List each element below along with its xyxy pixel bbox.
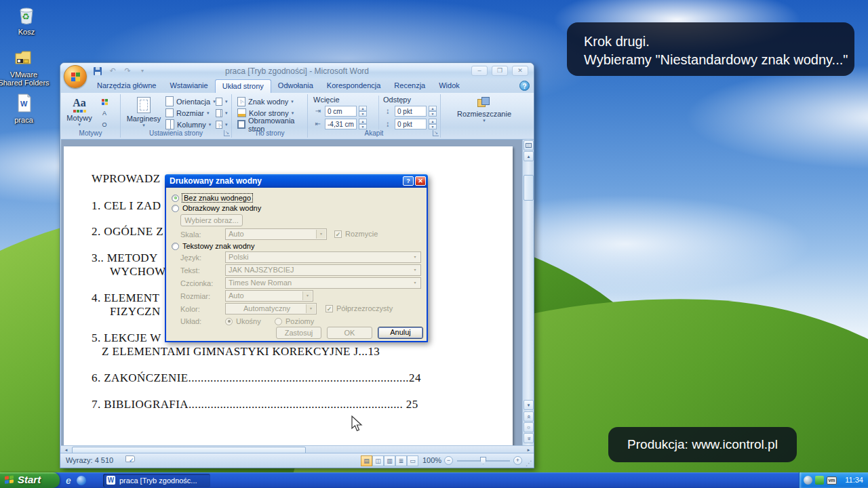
word-count[interactable]: Wyrazy: 4 510 bbox=[66, 456, 113, 464]
scroll-down-button[interactable]: ▼ bbox=[524, 400, 534, 410]
scroll-up-button[interactable]: ▲ bbox=[524, 151, 534, 161]
line-numbers-button[interactable]: ▾ bbox=[214, 107, 229, 119]
undo-button[interactable]: ↶ bbox=[106, 66, 119, 77]
space-after-stepper[interactable]: ▲▼ bbox=[429, 119, 437, 129]
tray-volume-icon[interactable] bbox=[804, 476, 812, 485]
radio-picture-watermark[interactable] bbox=[172, 205, 179, 212]
desktop-icon-praca[interactable]: W praca bbox=[0, 92, 50, 124]
previous-page-button[interactable]: « bbox=[524, 411, 534, 422]
vmware-tools-icon[interactable]: vm bbox=[827, 476, 837, 485]
radio-picture-watermark-label[interactable]: Obrazkowy znak wodny bbox=[182, 204, 261, 212]
scale-select[interactable]: Auto ▾ bbox=[225, 228, 327, 240]
dialog-close-button[interactable]: ✕ bbox=[415, 176, 426, 186]
spin-up-icon[interactable]: ▲ bbox=[359, 106, 367, 111]
browser-launcher-icon[interactable] bbox=[77, 476, 86, 485]
spin-down-icon[interactable]: ▼ bbox=[359, 124, 367, 129]
arrange-button[interactable]: Rozmieszczanie ▾ bbox=[450, 97, 518, 123]
radio-horizontal[interactable] bbox=[275, 318, 282, 325]
indent-right-field[interactable]: -4,31 cm bbox=[325, 119, 357, 129]
minimize-button[interactable]: – bbox=[471, 66, 488, 76]
zoom-in-button[interactable]: + bbox=[513, 456, 522, 465]
tab-odwolania[interactable]: Odwołania bbox=[271, 79, 320, 93]
radio-no-watermark-label[interactable]: Bez znaku wodnego bbox=[182, 194, 252, 202]
size-button[interactable]: Rozmiar ▾ bbox=[164, 107, 217, 119]
tab-narzedzia-glowne[interactable]: Narzędzia główne bbox=[90, 79, 163, 93]
qat-customize-button[interactable]: ▾ bbox=[136, 66, 149, 77]
themes-button[interactable]: Aa Motywy ▾ bbox=[65, 97, 94, 127]
indent-left-field[interactable]: 0 cm bbox=[325, 106, 357, 117]
zoom-out-button[interactable]: − bbox=[444, 456, 453, 465]
theme-fonts-button[interactable]: A bbox=[99, 108, 110, 119]
breaks-button[interactable]: ▾ bbox=[214, 96, 229, 107]
start-button[interactable]: Start bbox=[0, 472, 60, 488]
semitransparent-checkbox[interactable]: ✓ bbox=[326, 305, 333, 312]
space-before-field[interactable]: 0 pkt bbox=[395, 106, 427, 117]
apply-button[interactable]: Zastosuj bbox=[276, 327, 321, 339]
text-select[interactable]: JAK NAJSZYBCIEJ ▾ bbox=[225, 264, 421, 276]
taskbar-clock[interactable]: 11:34 bbox=[845, 476, 863, 484]
radio-text-watermark-label[interactable]: Tekstowy znak wodny bbox=[182, 242, 254, 250]
resize-grip[interactable]: ⋰ bbox=[526, 460, 532, 467]
tab-uklad-strony[interactable]: Układ strony bbox=[215, 79, 271, 93]
taskbar-task-praca[interactable]: W praca [Tryb zgodnośc... bbox=[103, 474, 210, 487]
tab-korespondencja[interactable]: Korespondencja bbox=[320, 79, 388, 93]
outline-view-button[interactable]: ≣ bbox=[395, 455, 407, 466]
browse-object-button[interactable]: ○ bbox=[524, 422, 534, 432]
desktop-icon-vmware-shared-folders[interactable]: VMware Shared Folders bbox=[0, 46, 50, 87]
theme-colors-button[interactable] bbox=[99, 96, 110, 107]
ok-button[interactable]: OK bbox=[327, 327, 372, 339]
tab-widok[interactable]: Widok bbox=[432, 79, 467, 93]
columns-button[interactable]: Kolumny ▾ bbox=[164, 119, 217, 130]
zoom-slider-thumb[interactable] bbox=[480, 457, 486, 464]
margins-button[interactable]: Marginesy ▾ bbox=[126, 97, 161, 128]
vertical-scrollbar[interactable]: ▲ ▼ « ○ « bbox=[522, 140, 534, 445]
desktop-icon-recycle-bin[interactable]: ♻ Kosz bbox=[0, 3, 53, 36]
save-button[interactable] bbox=[92, 66, 104, 77]
office-button[interactable] bbox=[64, 65, 87, 88]
space-after-field[interactable]: 0 pkt bbox=[395, 119, 427, 129]
tab-recenzja[interactable]: Recenzja bbox=[387, 79, 432, 93]
indent-left-stepper[interactable]: ▲▼ bbox=[359, 106, 367, 117]
proofing-status-button[interactable]: ✓ bbox=[125, 455, 136, 465]
washout-checkbox[interactable]: ✓ bbox=[334, 230, 342, 238]
dialog-help-button[interactable]: ? bbox=[403, 176, 414, 186]
spin-up-icon[interactable]: ▲ bbox=[359, 119, 367, 124]
theme-effects-button[interactable]: O bbox=[99, 119, 110, 130]
color-select[interactable]: Automatyczny ▾ bbox=[225, 303, 317, 314]
tab-wstawianie[interactable]: Wstawianie bbox=[163, 79, 214, 93]
zoom-level[interactable]: 100% bbox=[422, 456, 441, 464]
spin-down-icon[interactable]: ▼ bbox=[359, 111, 367, 117]
radio-no-watermark[interactable] bbox=[172, 195, 179, 202]
size-select[interactable]: Auto ▾ bbox=[225, 290, 313, 302]
watermark-button[interactable]: Znak wodny ▾ bbox=[236, 96, 307, 107]
space-before-stepper[interactable]: ▲▼ bbox=[429, 106, 437, 117]
spin-down-icon[interactable]: ▼ bbox=[429, 124, 437, 129]
radio-text-watermark[interactable] bbox=[172, 243, 179, 250]
language-select[interactable]: Polski ▾ bbox=[225, 251, 421, 263]
font-select[interactable]: Times New Roman ▾ bbox=[225, 277, 421, 289]
dialog-launcher-icon[interactable]: ↘ bbox=[224, 130, 230, 136]
spin-up-icon[interactable]: ▲ bbox=[429, 106, 437, 111]
restore-button[interactable]: ❐ bbox=[492, 66, 508, 76]
draft-view-button[interactable]: ▭ bbox=[407, 455, 418, 466]
close-button[interactable]: ✕ bbox=[512, 66, 528, 76]
cancel-button[interactable]: Anuluj bbox=[378, 327, 423, 339]
dialog-launcher-icon[interactable]: ↘ bbox=[433, 130, 439, 136]
next-page-button[interactable]: « bbox=[524, 433, 534, 443]
internet-explorer-icon[interactable]: e bbox=[66, 475, 71, 486]
redo-button[interactable]: ↷ bbox=[121, 66, 134, 77]
spin-up-icon[interactable]: ▲ bbox=[429, 119, 437, 124]
dialog-title-bar[interactable]: Drukowany znak wodny ? ✕ bbox=[165, 174, 428, 188]
print-layout-view-button[interactable]: ▤ bbox=[361, 455, 372, 466]
select-picture-button[interactable]: Wybierz obraz... bbox=[180, 214, 243, 226]
vertical-scroll-thumb[interactable] bbox=[524, 175, 534, 201]
page-borders-button[interactable]: Obramowania stron bbox=[236, 119, 307, 130]
hyphenation-button[interactable]: ▾ bbox=[214, 119, 229, 130]
full-screen-view-button[interactable]: ◫ bbox=[372, 455, 384, 466]
orientation-button[interactable]: Orientacja ▾ bbox=[164, 96, 217, 107]
indent-right-stepper[interactable]: ▲▼ bbox=[359, 119, 367, 129]
radio-diagonal[interactable] bbox=[225, 318, 233, 325]
ruler-toggle-button[interactable] bbox=[524, 140, 534, 150]
help-icon[interactable]: ? bbox=[519, 81, 530, 91]
web-layout-view-button[interactable]: ▥ bbox=[384, 455, 395, 466]
